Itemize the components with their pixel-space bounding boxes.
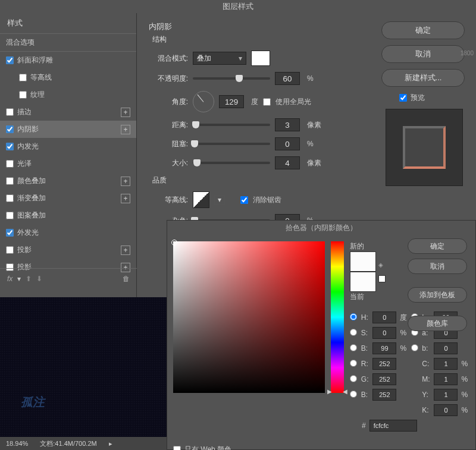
- color-mode-radio[interactable]: [411, 344, 418, 351]
- opacity-input[interactable]: [275, 72, 300, 85]
- preview-checkbox[interactable]: [399, 94, 407, 102]
- add-effect-button[interactable]: +: [121, 177, 130, 186]
- style-item[interactable]: 光泽: [0, 155, 136, 172]
- sat-val-field[interactable]: [173, 241, 325, 393]
- color-value-input[interactable]: [372, 358, 396, 370]
- current-label: 当前: [350, 292, 364, 302]
- style-checkbox[interactable]: [6, 229, 14, 237]
- hue-strip[interactable]: ▶ ◀: [331, 241, 344, 393]
- color-value-input[interactable]: [372, 311, 396, 323]
- anti-alias-checkbox[interactable]: [240, 196, 248, 204]
- choke-slider[interactable]: [193, 143, 270, 145]
- status-bar: 18.94% 文档:41.4M/700.2M ▸: [0, 437, 167, 450]
- sidebar-footer: fx ▾ ⬆ ⬇ 🗑: [0, 268, 137, 289]
- new-style-button[interactable]: 新建样式...: [381, 69, 465, 87]
- chevron-down-icon[interactable]: ▾: [214, 195, 225, 204]
- add-effect-button[interactable]: +: [121, 194, 130, 203]
- style-item[interactable]: 内发光: [0, 138, 136, 155]
- choke-input[interactable]: [275, 137, 300, 150]
- picker-ok-button[interactable]: 确定: [408, 238, 467, 254]
- style-item[interactable]: 内阴影+: [0, 121, 136, 138]
- style-label: 纹理: [30, 90, 45, 100]
- style-item[interactable]: 投影+: [0, 241, 136, 259]
- size-input[interactable]: [275, 156, 300, 169]
- color-libs-button[interactable]: 颜色库: [408, 316, 467, 331]
- style-item[interactable]: 颜色叠加+: [0, 172, 136, 190]
- color-mode-radio[interactable]: [350, 313, 357, 320]
- distance-slider[interactable]: [193, 124, 270, 126]
- add-effect-button[interactable]: +: [121, 125, 130, 134]
- style-label: 内发光: [17, 141, 39, 152]
- color-mode-radio[interactable]: [350, 329, 357, 336]
- style-checkbox[interactable]: [6, 246, 14, 254]
- style-item[interactable]: 外发光: [0, 224, 136, 241]
- style-checkbox[interactable]: [6, 194, 14, 202]
- angle-dial[interactable]: [193, 91, 214, 112]
- style-label: 颜色叠加: [17, 176, 46, 186]
- add-effect-button[interactable]: +: [121, 108, 130, 117]
- hex-input[interactable]: [369, 420, 417, 432]
- color-value-input[interactable]: [372, 389, 396, 401]
- sv-marker[interactable]: [171, 240, 177, 246]
- doc-info[interactable]: 文档:41.4M/700.2M: [40, 439, 96, 448]
- style-checkbox[interactable]: [6, 177, 14, 185]
- style-item[interactable]: 纹理: [0, 86, 136, 103]
- style-label: 渐变叠加: [17, 193, 46, 203]
- style-checkbox[interactable]: [6, 56, 14, 64]
- style-item[interactable]: 描边+: [0, 103, 136, 121]
- trash-icon[interactable]: 🗑: [123, 275, 130, 283]
- style-checkbox[interactable]: [6, 160, 14, 168]
- ok-button[interactable]: 确定: [381, 21, 465, 39]
- style-checkbox[interactable]: [6, 125, 14, 133]
- opacity-slider[interactable]: [193, 77, 270, 80]
- color-value-input[interactable]: [434, 404, 458, 416]
- contour-preview[interactable]: [193, 191, 209, 208]
- dialog-title: 图层样式: [0, 0, 476, 13]
- color-mode-radio[interactable]: [350, 344, 357, 351]
- web-only-checkbox[interactable]: [173, 446, 181, 450]
- picker-cancel-button[interactable]: 取消: [408, 259, 467, 274]
- color-mode-radio[interactable]: [350, 375, 357, 382]
- color-value-input[interactable]: [372, 373, 396, 385]
- chevron-right-icon[interactable]: ▸: [109, 440, 112, 448]
- color-value-input[interactable]: [434, 389, 458, 401]
- style-item[interactable]: 等高线: [0, 69, 136, 86]
- angle-input[interactable]: [219, 95, 244, 108]
- add-swatch-button[interactable]: 添加到色板: [408, 287, 467, 303]
- shadow-color-swatch[interactable]: [251, 51, 270, 66]
- color-value-input[interactable]: [434, 342, 458, 354]
- style-label: 内阴影: [17, 124, 39, 134]
- color-mode-radio[interactable]: [350, 391, 357, 398]
- current-color-swatch[interactable]: [350, 272, 376, 292]
- style-item[interactable]: 斜面和浮雕: [0, 52, 136, 69]
- color-value-input[interactable]: [372, 327, 396, 339]
- global-light-checkbox[interactable]: [263, 98, 271, 106]
- mini-swatch[interactable]: [378, 275, 386, 282]
- blend-mode-dropdown[interactable]: 叠加: [193, 52, 246, 65]
- size-slider[interactable]: [193, 162, 270, 164]
- cube-icon[interactable]: ◈: [378, 262, 386, 268]
- cancel-button[interactable]: 取消: [381, 45, 465, 63]
- style-checkbox[interactable]: [19, 74, 27, 81]
- color-value-input[interactable]: [434, 373, 458, 385]
- add-effect-button[interactable]: +: [121, 246, 130, 255]
- style-item[interactable]: 渐变叠加+: [0, 190, 136, 207]
- fx-label[interactable]: fx: [7, 275, 12, 283]
- structure-title: 结构: [152, 34, 360, 45]
- style-checkbox[interactable]: [6, 212, 14, 219]
- arrow-up-icon[interactable]: ⬆: [26, 275, 32, 283]
- style-checkbox[interactable]: [6, 143, 14, 150]
- color-value-input[interactable]: [434, 358, 458, 370]
- zoom-level[interactable]: 18.94%: [6, 440, 28, 447]
- picker-title: 拾色器（内阴影颜色）: [167, 221, 475, 235]
- style-item[interactable]: 图案叠加: [0, 207, 136, 224]
- color-value-input[interactable]: [372, 342, 396, 354]
- canvas-area[interactable]: 孤注: [0, 297, 167, 440]
- style-checkbox[interactable]: [6, 108, 14, 116]
- color-mode-radio[interactable]: [350, 360, 357, 367]
- style-checkbox[interactable]: [19, 91, 27, 99]
- arrow-down-icon[interactable]: ⬇: [36, 275, 42, 283]
- new-color-swatch[interactable]: [350, 251, 376, 272]
- distance-input[interactable]: [275, 118, 300, 131]
- blend-options-item[interactable]: 混合选项: [0, 34, 136, 51]
